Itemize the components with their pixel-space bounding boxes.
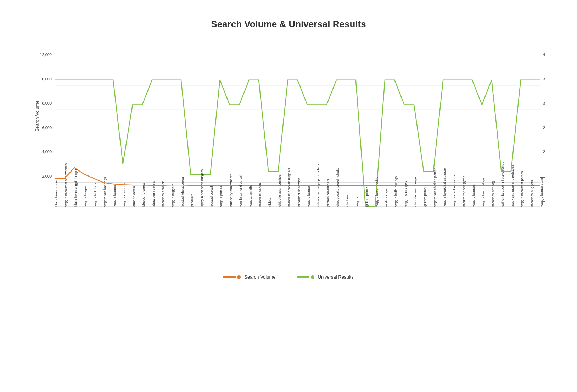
x-label: blueberry cereal [141,183,145,207]
x-label: grillers prime [423,187,427,207]
legend-label-universal-results: Universal Results [318,274,354,280]
x-axis-labels: black bean burgerveggie breakfast sandwi… [55,207,540,265]
x-label: frosted wheat cereal [180,176,184,207]
x-label: veggie buffalo wings [394,176,398,207]
x-label: meatless chicken [161,181,165,207]
x-label: grillers prime [365,187,369,207]
y-tick-left: 10,000 [40,77,52,81]
x-label: mediterranean gyros [462,176,466,207]
x-label: veggie coupons [122,183,126,207]
x-label: veggie nuggets [171,184,175,207]
legend-dot-universal-results [311,275,314,279]
x-label: products [190,194,194,207]
y-tick-left: 12,000 [40,52,52,57]
y-tick-left: 2,000 [42,174,52,178]
x-label: veggie burgers [112,184,116,207]
y-tick-right: 1 [543,174,545,178]
chart-title: Search Volume & Universal Results [12,15,565,30]
x-label: spicy black bean burgers [200,169,204,207]
legend-line-universal-results [297,276,309,278]
x-label: veggie burger [83,186,87,207]
x-label: vegetarian hot dogs [103,177,107,207]
x-label: veggie breakfast sausage [442,168,446,207]
x-label: veggie burgers [471,184,475,207]
legend-item-search-volume: Search Volume [223,274,275,280]
x-label: veggie bacon strips [481,178,485,207]
x-label: spicy sausage and potatoes [510,165,514,207]
y-tick-right: - [543,223,544,227]
x-label: cheesecake protein shake [336,168,340,207]
legend-line-search-volume [223,276,236,278]
plot-area: black bean burgerveggie breakfast sandwi… [55,37,540,207]
y-tick-right: 3 [543,101,545,105]
x-label: frosted cereal [209,186,213,207]
x-label: veggie sausages [404,181,408,207]
legend-dot-search-volume [237,275,241,279]
y-axis-left-label: Search Volume [34,95,40,138]
x-label: vegetarian chicken patties [433,168,437,207]
x-label: veggie breakfast patties [520,171,524,207]
x-label: meatless nuggets [530,180,534,207]
x-label: chipotle bean burritos [278,174,281,207]
x-label: strawberry cereal [151,181,155,207]
x-label: california zucchini bake recipe [500,162,504,207]
y-tick-right: 2 [543,150,545,154]
x-label: vegetarian ribs [248,185,252,207]
legend: Search Volume Universal Results [12,274,565,280]
x-label: chicken [345,195,349,207]
x-label: veggie patties [219,186,223,207]
x-label: riblets [268,198,271,207]
x-label: endive cups [384,189,388,207]
y-tick-right: 2 [543,125,545,130]
x-label: meatless bacon [258,183,262,207]
x-label: breakfast sandwich [297,178,301,207]
x-label: black bean burger [54,180,58,207]
legend-label-search-volume: Search Volume [244,274,275,280]
y-axis-left: Search Volume 12,00010,0008,0006,0004,00… [26,37,55,207]
x-label: meatless chicken nuggets [287,168,291,207]
legend-item-universal-results: Universal Results [297,274,354,280]
x-label: chipotle bean burger [413,176,417,207]
x-label: veggie breakfast sandwiches [64,163,68,207]
y-tick-left: 6,000 [42,125,52,130]
x-label: blueberry mini wheats [229,174,233,207]
x-label: protein cereal bars [326,179,330,207]
x-label: veggie bacon recipe [375,177,379,207]
x-label: veggie [355,197,359,207]
chart-container: Search Volume & Universal Results Search… [12,15,565,377]
y-tick-right: 3 [543,77,545,81]
y-tick-left: 8,000 [42,101,52,105]
x-label: almond cereal [132,185,136,207]
x-label: meatless hot dog [491,181,495,207]
y-axis-right: 4332211- [540,37,558,207]
x-label: veggie burger [307,186,310,207]
x-label: veggie chicken wings [452,175,456,207]
x-label: veggie hot dogs [93,183,97,207]
y-tick-right: 1 [543,198,545,202]
y-tick-left: - [50,223,52,227]
x-label: black bean veggie burger [74,169,78,207]
x-label: vanilla almond cereal [239,175,242,207]
y-tick-left: 4,000 [42,150,52,154]
y-tick-right: 4 [543,52,545,57]
x-label: white cheddar popcorn chips [316,164,320,207]
